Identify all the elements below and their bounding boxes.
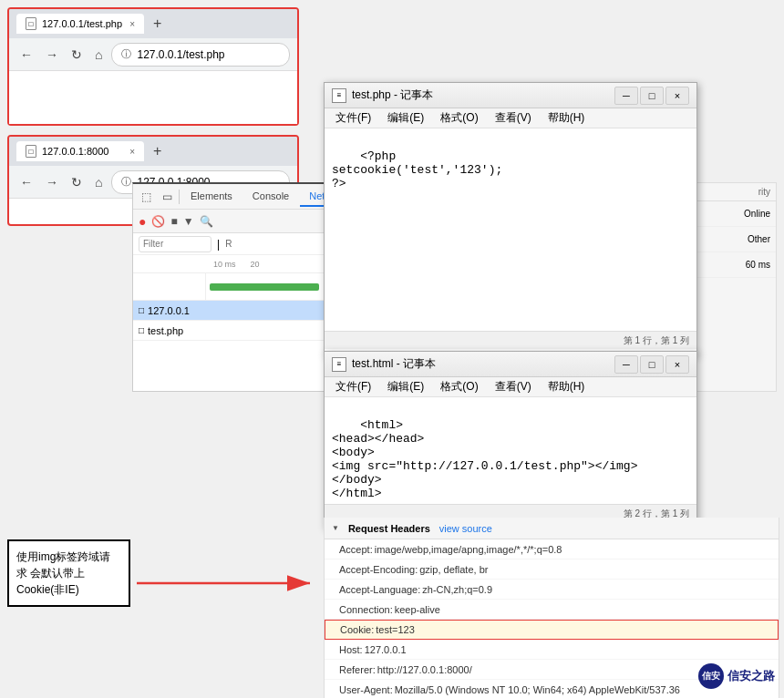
rh-key-6: Referer: [339,664,376,675]
rh-val-cookie: test=123 [376,624,415,635]
watermark-text: 信安之路 [727,668,775,684]
forward-button-2[interactable]: → [42,173,62,191]
forward-button-1[interactable]: → [42,46,62,64]
notepad-html-menu-file[interactable]: 文件(F) [328,377,378,396]
browser-2-tab[interactable]: □ 127.0.0.1:8000 × [16,141,144,161]
lock-icon-2: ⓘ [121,175,131,189]
tab-console[interactable]: Console [243,187,298,207]
network-row-name-testphp: test.php [148,325,183,336]
notepad-html-close[interactable]: × [665,355,689,374]
rh-row-0: Accept: image/webp,image/apng,image/*,*/… [325,539,779,559]
home-button-1[interactable]: ⌂ [91,46,106,64]
capture-icon[interactable]: ■ [170,215,177,228]
filter-status: R [225,239,232,249]
notepad-html-title: test.html - 记事本 [352,356,609,372]
rh-val-3: keep-alive [395,604,440,615]
clear-icon[interactable]: 🚫 [151,215,165,228]
notepad-php-menu-edit[interactable]: 编辑(E) [380,108,431,128]
notepad-html-menu-help[interactable]: 帮助(H) [541,377,593,396]
browser-2-tab-close[interactable]: × [129,147,135,157]
notepad-php-titlebar: ≡ test.php - 记事本 ─ □ × [325,83,696,108]
notepad-html-maximize[interactable]: □ [640,355,664,374]
reload-button-2[interactable]: ↻ [67,173,86,191]
notepad-html-menu-edit[interactable]: 编辑(E) [380,377,431,396]
timeline-green-bar [210,283,319,291]
back-button-2[interactable]: ← [16,173,36,191]
notepad-html-menu-format[interactable]: 格式(O) [433,377,485,396]
notepad-html-winbtns: ─ □ × [614,355,689,374]
rh-val-6: http://127.0.0.1:8000/ [377,664,472,675]
filter-icon[interactable]: ▼ [183,215,194,228]
filter-divider: | [217,238,220,251]
browser-1-toolbar: ← → ↻ ⌂ ⓘ 127.0.0.1/test.php [9,38,297,71]
back-button-1[interactable]: ← [16,46,36,64]
watermark: 信安 信安之路 [698,663,775,689]
notepad-php-close[interactable]: × [665,87,689,105]
notepad-html-titlebar: ≡ test.html - 记事本 ─ □ × [325,352,696,377]
tab-favicon-2: □ [26,145,36,158]
timeline-time-10ms: 10 ms [206,260,243,269]
browser-2-tab-title: 127.0.0.1:8000 [42,146,108,157]
address-bar-1[interactable]: ⓘ 127.0.0.1/test.php [111,43,290,67]
devtools-device-icon[interactable]: ▭ [158,189,177,205]
timeline-spacer [133,273,206,301]
rh-view-source-link[interactable]: view source [439,523,492,534]
timeline-time-20: 20 [243,260,267,269]
rh-row-2: Accept-Language: zh-CN,zh;q=0.9 [325,580,779,600]
notepad-php-menubar: 文件(F) 编辑(E) 格式(O) 查看(V) 帮助(H) [325,108,696,128]
notepad-php-content[interactable]: <?php setcookie('test','123'); ?> [325,128,696,331]
notepad-html-icon: ≡ [332,357,346,372]
devtools-inspect-icon[interactable]: ⬚ [137,189,156,205]
notepad-php-window: ≡ test.php - 记事本 ─ □ × 文件(F) 编辑(E) 格式(O)… [324,82,697,355]
rh-title-row: ▼ Request Headers view source [325,518,779,539]
notepad-php-icon: ≡ [332,88,346,103]
notepad-php-menu-format[interactable]: 格式(O) [433,108,485,128]
notepad-php-minimize[interactable]: ─ [614,87,638,105]
browser-1-tab-close[interactable]: × [129,19,135,29]
filter-input[interactable] [139,236,211,252]
notepad-php-menu-help[interactable]: 帮助(H) [541,108,593,128]
arrow-graphic [137,570,319,596]
rh-key-7: User-Agent: [339,684,393,695]
rh-val-2: zh-CN,zh;q=0.9 [422,584,492,595]
notepad-html-minimize[interactable]: ─ [614,355,638,374]
tab-elements[interactable]: Elements [181,187,242,207]
notepad-html-content[interactable]: <html> <head></head> <body> <img src="ht… [325,397,696,504]
notepad-php-menu-file[interactable]: 文件(F) [328,108,378,128]
other-label: Other [748,234,770,244]
notepad-html-window: ≡ test.html - 记事本 ─ □ × 文件(F) 编辑(E) 格式(O… [324,351,697,529]
devtools-divider [179,190,180,204]
network-row-icon-127: □ [139,305,144,315]
notepad-php-maximize[interactable]: □ [640,87,664,105]
notepad-php-menu-view[interactable]: 查看(V) [488,108,539,128]
rh-key-2: Accept-Language: [339,584,420,595]
rh-title: Request Headers [348,523,430,534]
rh-val-7: Mozilla/5.0 (Windows NT 10.0; Win64; x64… [395,684,680,695]
notepad-php-title: test.php - 记事本 [352,87,609,103]
watermark-icon-text: 信安 [702,670,720,683]
record-icon[interactable]: ● [139,214,146,229]
notepad-html-menubar: 文件(F) 编辑(E) 格式(O) 查看(V) 帮助(H) [325,377,696,397]
browser-2-titlebar: □ 127.0.0.1:8000 × + [9,137,297,166]
reload-button-1[interactable]: ↻ [67,46,86,64]
browser-1-content [9,71,297,124]
rh-key-cookie: Cookie: [340,624,374,635]
rh-row-3: Connection: keep-alive [325,600,779,620]
network-row-name-127: 127.0.0.1 [148,305,190,316]
browser-2-new-tab[interactable]: + [148,141,167,161]
notepad-php-winbtns: ─ □ × [614,87,689,105]
tab-favicon-1: □ [26,17,36,30]
rh-key-1: Accept-Encoding: [339,564,418,575]
lock-icon-1: ⓘ [121,47,131,61]
browser-1-tab[interactable]: □ 127.0.0.1/test.php × [16,14,144,34]
rh-val-0: image/webp,image/apng,image/*,*/*;q=0.8 [375,544,562,555]
browser-1-new-tab[interactable]: + [148,14,167,34]
home-button-2[interactable]: ⌂ [91,173,106,191]
annotation-text: 使用img标签跨域请求 会默认带上Cookie(非IE) [16,550,110,596]
notepad-html-menu-view[interactable]: 查看(V) [488,377,539,396]
rh-key-0: Accept: [339,544,373,555]
network-row-icon-testphp: □ [139,325,144,335]
browser-window-1: □ 127.0.0.1/test.php × + ← → ↻ ⌂ ⓘ 127.0… [7,7,299,126]
rh-row-cookie: Cookie: test=123 [325,620,779,640]
search-icon[interactable]: 🔍 [200,215,213,228]
